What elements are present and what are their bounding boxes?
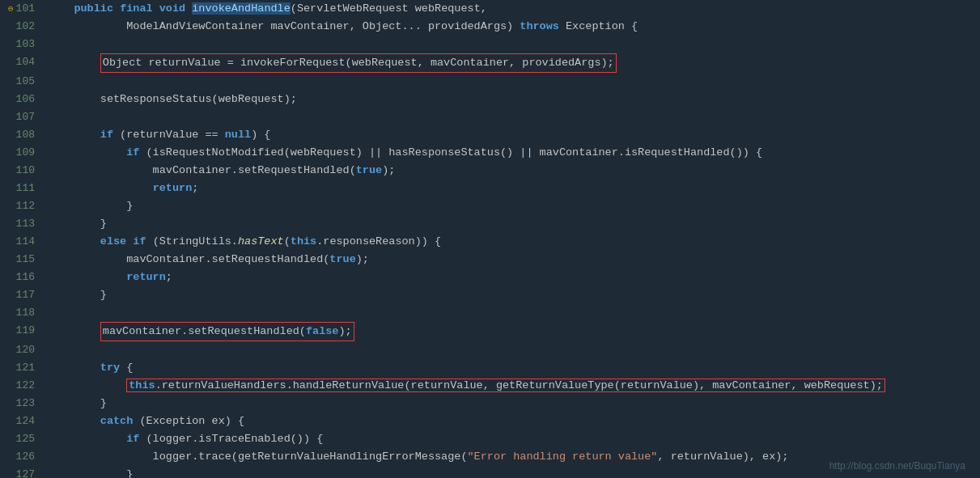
line-content: }: [45, 197, 980, 215]
line-number: 117: [0, 286, 45, 304]
code-line: 113 }: [0, 215, 980, 233]
highlighted-code-box-3: this.returnValueHandlers.handleReturnVal…: [126, 379, 885, 392]
code-line: 116 return;: [0, 269, 980, 286]
code-line: ⊖101 public final void invokeAndHandle(S…: [0, 0, 980, 18]
line-content: if (returnValue == null) {: [45, 126, 980, 144]
line-number: 102: [0, 18, 45, 36]
line-content: setResponseStatus(webRequest);: [45, 91, 980, 108]
line-number: 103: [0, 36, 45, 53]
code-line: 118: [0, 304, 980, 322]
code-line: 109 if (isRequestNotModified(webRequest)…: [0, 144, 980, 162]
code-line: 106 setResponseStatus(webRequest);: [0, 91, 980, 108]
line-number: 123: [0, 395, 45, 412]
watermark: http://blog.csdn.net/BuquTianya: [829, 460, 965, 472]
code-line: 125 if (logger.isTraceEnabled()) {: [0, 430, 980, 448]
code-line: 103: [0, 36, 980, 53]
line-number: 118: [0, 304, 45, 322]
line-number: 111: [0, 180, 45, 197]
line-number: 127: [0, 466, 45, 478]
line-content: try {: [45, 359, 980, 377]
line-content: public final void invokeAndHandle(Servle…: [45, 0, 980, 18]
code-line: 108 if (returnValue == null) {: [0, 126, 980, 144]
line-number: 124: [0, 412, 45, 430]
line-number: 122: [0, 377, 45, 395]
line-number: 109: [0, 144, 45, 162]
code-line: 115 mavContainer.setRequestHandled(true)…: [0, 251, 980, 269]
line-content: catch (Exception ex) {: [45, 412, 980, 430]
code-line: 117 }: [0, 286, 980, 304]
code-line: 112 }: [0, 197, 980, 215]
line-number: 106: [0, 91, 45, 108]
code-line: 119 mavContainer.setRequestHandled(false…: [0, 322, 980, 341]
highlighted-code-box-2: mavContainer.setRequestHandled(false);: [100, 322, 354, 341]
line-content: return;: [45, 269, 980, 286]
line-content: ModelAndViewContainer mavContainer, Obje…: [45, 18, 980, 36]
code-line: 104 Object returnValue = invokeForReques…: [0, 53, 980, 73]
line-content: Object returnValue = invokeForRequest(we…: [45, 53, 980, 73]
code-line: 120: [0, 341, 980, 359]
code-line: 121 try {: [0, 359, 980, 377]
line-content: mavContainer.setRequestHandled(true);: [45, 251, 980, 269]
line-number: 116: [0, 269, 45, 286]
line-content: mavContainer.setRequestHandled(true);: [45, 162, 980, 180]
code-line: 102 ModelAndViewContainer mavContainer, …: [0, 18, 980, 36]
code-line: 111 return;: [0, 180, 980, 197]
line-number: 112: [0, 197, 45, 215]
line-content: if (isRequestNotModified(webRequest) || …: [45, 144, 980, 162]
line-content: }: [45, 215, 980, 233]
line-content: this.returnValueHandlers.handleReturnVal…: [45, 377, 980, 395]
line-number: 107: [0, 108, 45, 126]
line-content: return;: [45, 180, 980, 197]
code-line: 114 else if (StringUtils.hasText(this.re…: [0, 233, 980, 251]
line-number: 126: [0, 448, 45, 466]
code-line: 122 this.returnValueHandlers.handleRetur…: [0, 377, 980, 395]
line-number: 114: [0, 233, 45, 251]
highlighted-code-box: Object returnValue = invokeForRequest(we…: [100, 53, 617, 73]
line-content: mavContainer.setRequestHandled(false);: [45, 322, 980, 341]
code-line: 123 }: [0, 395, 980, 412]
line-number: 104: [0, 53, 45, 71]
line-number: ⊖101: [0, 0, 45, 18]
line-number: 110: [0, 162, 45, 180]
line-content: }: [45, 286, 980, 304]
line-number: 108: [0, 126, 45, 144]
code-line: 107: [0, 108, 980, 126]
line-number: 115: [0, 251, 45, 269]
code-line: 124 catch (Exception ex) {: [0, 412, 980, 430]
code-line: 105: [0, 73, 980, 91]
line-content: }: [45, 395, 980, 412]
line-number: 105: [0, 73, 45, 91]
line-number: 119: [0, 322, 45, 340]
line-number: 120: [0, 341, 45, 359]
line-number: 125: [0, 430, 45, 448]
line-number: 113: [0, 215, 45, 233]
code-line: 110 mavContainer.setRequestHandled(true)…: [0, 162, 980, 180]
line-content: else if (StringUtils.hasText(this.respon…: [45, 233, 980, 251]
line-number: 121: [0, 359, 45, 377]
code-editor: ⊖101 public final void invokeAndHandle(S…: [0, 0, 980, 478]
line-content: if (logger.isTraceEnabled()) {: [45, 430, 980, 448]
